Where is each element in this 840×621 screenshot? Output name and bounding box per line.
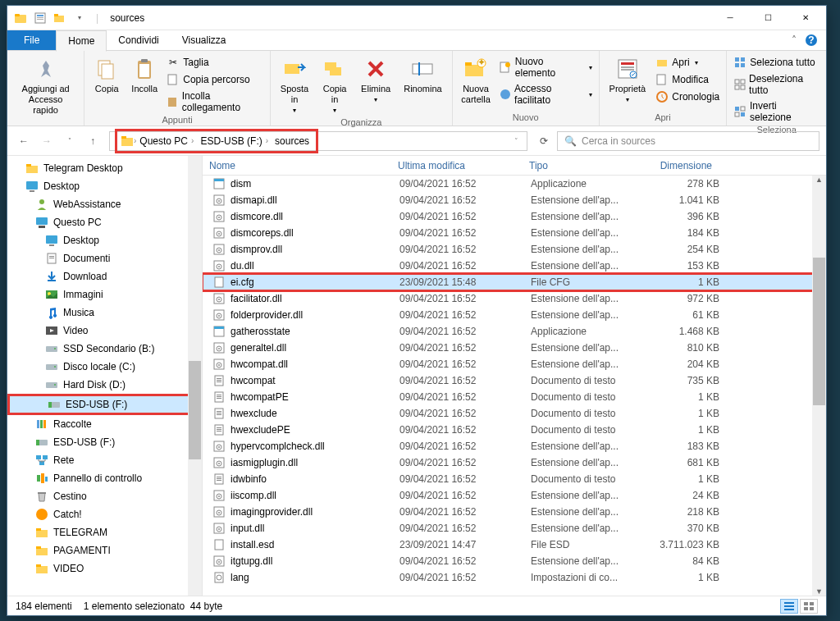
file-row[interactable]: hwcompat.dll09/04/2021 16:52Estensione d… bbox=[203, 356, 826, 372]
tree-item[interactable]: Rete bbox=[7, 451, 202, 469]
rename-button[interactable]: Rinomina bbox=[399, 53, 446, 98]
qat-newfolder-icon[interactable] bbox=[53, 11, 66, 25]
easy-access-button[interactable]: Accesso facilitato▾ bbox=[497, 81, 593, 107]
tree-item[interactable]: Disco locale (C:) bbox=[7, 358, 202, 376]
cut-button[interactable]: ✂Taglia bbox=[165, 54, 265, 71]
file-row[interactable]: iasmigplugin.dll09/04/2021 16:52Estensio… bbox=[203, 454, 826, 471]
invert-selection-button[interactable]: Inverti selezione bbox=[732, 98, 821, 125]
chevron-icon[interactable]: › bbox=[191, 136, 194, 145]
file-row[interactable]: du.dll09/04/2021 16:52Estensione dell'ap… bbox=[203, 258, 826, 274]
copy-button[interactable]: Copia bbox=[89, 53, 124, 98]
view-icons-button[interactable] bbox=[800, 599, 818, 614]
breadcrumb-drive[interactable]: ESD-USB (F:)› bbox=[197, 135, 272, 147]
new-item-button[interactable]: Nuovo elemento▾ bbox=[497, 54, 593, 80]
file-row[interactable]: lang09/04/2021 16:52Impostazioni di co..… bbox=[203, 569, 826, 586]
file-row[interactable]: hwexcludePE09/04/2021 16:52Documento di … bbox=[203, 422, 826, 438]
file-row[interactable]: hypervcomplcheck.dll09/04/2021 16:52Este… bbox=[203, 438, 826, 454]
new-folder-button[interactable]: ✦ Nuova cartella bbox=[458, 53, 495, 108]
scrollbar[interactable]: ▲ ▼ bbox=[812, 176, 826, 596]
open-button[interactable]: Apri▾ bbox=[654, 54, 721, 71]
select-all-button[interactable]: Seleziona tutto bbox=[732, 54, 821, 71]
properties-button[interactable]: Proprietà▾ bbox=[605, 53, 651, 107]
file-row[interactable]: idwbinfo09/04/2021 16:52Documento di tes… bbox=[203, 471, 826, 487]
tree-item[interactable]: Documenti bbox=[7, 249, 202, 267]
scrollbar-thumb[interactable] bbox=[189, 361, 201, 459]
minimize-button[interactable]: ─ bbox=[711, 6, 749, 30]
file-row[interactable]: iiscomp.dll09/04/2021 16:52Estensione de… bbox=[203, 487, 826, 504]
file-row[interactable]: ei.cfg23/09/2021 15:48File CFG1 KB bbox=[203, 274, 826, 290]
help-icon[interactable]: ? bbox=[805, 34, 818, 47]
file-row[interactable]: install.esd23/09/2021 14:47File ESD3.711… bbox=[203, 537, 826, 553]
tree-item[interactable]: TELEGRAM bbox=[7, 523, 202, 541]
tree-item[interactable]: Catch! bbox=[7, 505, 202, 523]
delete-button[interactable]: Elimina▾ bbox=[356, 53, 395, 107]
tree-item[interactable]: Video bbox=[7, 322, 202, 340]
view-details-button[interactable] bbox=[780, 599, 798, 614]
file-row[interactable]: hwcompatPE09/04/2021 16:52Documento di t… bbox=[203, 389, 826, 405]
tree-item[interactable]: Desktop bbox=[7, 231, 202, 249]
tree-item[interactable]: Questo PC bbox=[7, 213, 202, 231]
pin-quick-access-button[interactable]: Aggiungi ad Accesso rapido bbox=[12, 53, 79, 119]
breadcrumb[interactable]: › Questo PC› ESD-USB (F:)› sources ˅ bbox=[109, 131, 527, 151]
refresh-button[interactable]: ⟳ bbox=[534, 135, 554, 147]
file-row[interactable]: facilitator.dll09/04/2021 16:52Estension… bbox=[203, 290, 826, 307]
col-type[interactable]: Tipo bbox=[523, 157, 637, 175]
back-button[interactable]: ← bbox=[14, 131, 34, 151]
address-dropdown-icon[interactable]: ˅ bbox=[514, 137, 523, 145]
breadcrumb-root[interactable]: Questo PC› bbox=[136, 135, 197, 147]
file-row[interactable]: dismprov.dll09/04/2021 16:52Estensione d… bbox=[203, 241, 826, 258]
scrollbar-thumb[interactable] bbox=[813, 258, 825, 405]
file-row[interactable]: itgtupg.dll09/04/2021 16:52Estensione de… bbox=[203, 553, 826, 569]
tree-scrollbar[interactable] bbox=[188, 156, 202, 596]
tree-item[interactable]: PAGAMENTI bbox=[7, 541, 202, 559]
move-to-button[interactable]: Sposta in▾ bbox=[276, 53, 313, 117]
file-row[interactable]: generaltel.dll09/04/2021 16:52Estensione… bbox=[203, 340, 826, 356]
close-button[interactable]: ✕ bbox=[787, 6, 824, 30]
tree-item[interactable]: Desktop bbox=[7, 177, 202, 195]
tree-item[interactable]: ESD-USB (F:) bbox=[7, 433, 202, 451]
tree-item[interactable]: VIDEO bbox=[7, 559, 202, 578]
file-row[interactable]: dismapi.dll09/04/2021 16:52Estensione de… bbox=[203, 192, 826, 208]
col-date[interactable]: Ultima modifica bbox=[391, 157, 523, 175]
tab-view[interactable]: Visualizza bbox=[171, 30, 238, 50]
breadcrumb-folder[interactable]: sources bbox=[272, 135, 313, 147]
paste-shortcut-button[interactable]: Incolla collegamento bbox=[165, 89, 265, 115]
tree-item[interactable]: Raccolte bbox=[7, 415, 202, 433]
paste-button[interactable]: Incolla bbox=[127, 53, 162, 98]
tree-item[interactable]: Musica bbox=[7, 304, 202, 322]
recent-dropdown[interactable]: ˅ bbox=[60, 131, 80, 151]
qat-dropdown-icon[interactable]: ▾ bbox=[73, 11, 86, 25]
file-row[interactable]: dismcoreps.dll09/04/2021 16:52Estensione… bbox=[203, 225, 826, 241]
tree-item[interactable]: Pannello di controllo bbox=[7, 469, 202, 487]
file-row[interactable]: gatherosstate09/04/2021 16:52Applicazion… bbox=[203, 323, 826, 340]
file-row[interactable]: folderprovider.dll09/04/2021 16:52Estens… bbox=[203, 307, 826, 323]
tab-file[interactable]: File bbox=[7, 30, 56, 50]
tree-item[interactable]: Download bbox=[7, 267, 202, 285]
tree-item[interactable]: Cestino bbox=[7, 487, 202, 505]
tree-item[interactable]: Immagini bbox=[7, 285, 202, 304]
qat-properties-icon[interactable] bbox=[34, 11, 47, 25]
forward-button[interactable]: → bbox=[37, 131, 57, 151]
file-row[interactable]: hwexclude09/04/2021 16:52Documento di te… bbox=[203, 405, 826, 422]
select-none-button[interactable]: Deseleziona tutto bbox=[732, 71, 821, 98]
file-row[interactable]: dismcore.dll09/04/2021 16:52Estensione d… bbox=[203, 208, 826, 225]
edit-button[interactable]: Modifica bbox=[654, 71, 721, 88]
copy-path-button[interactable]: Copia percorso bbox=[165, 71, 265, 88]
file-row[interactable]: hwcompat09/04/2021 16:52Documento di tes… bbox=[203, 372, 826, 389]
tab-share[interactable]: Condividi bbox=[107, 30, 170, 50]
history-button[interactable]: Cronologia bbox=[654, 89, 721, 105]
ribbon-collapse-icon[interactable]: ˄ bbox=[792, 34, 797, 46]
tab-home[interactable]: Home bbox=[56, 30, 107, 52]
file-row[interactable]: input.dll09/04/2021 16:52Estensione dell… bbox=[203, 520, 826, 537]
file-row[interactable]: imagingprovider.dll09/04/2021 16:52Esten… bbox=[203, 504, 826, 520]
col-size[interactable]: Dimensione bbox=[637, 157, 719, 175]
tree-item[interactable]: Telegram Desktop bbox=[7, 159, 202, 177]
file-row[interactable]: dism09/04/2021 16:52Applicazione278 KB bbox=[203, 176, 826, 192]
col-name[interactable]: Nome bbox=[203, 157, 391, 175]
search-input[interactable]: 🔍 Cerca in sources bbox=[557, 131, 819, 151]
copy-to-button[interactable]: Copia in▾ bbox=[317, 53, 353, 117]
up-button[interactable]: ↑ bbox=[83, 131, 103, 151]
tree-item[interactable]: SSD Secondario (B:) bbox=[7, 340, 202, 358]
tree-item[interactable]: ESD-USB (F:) bbox=[7, 394, 202, 415]
tree-item[interactable]: WebAssistance bbox=[7, 195, 202, 213]
